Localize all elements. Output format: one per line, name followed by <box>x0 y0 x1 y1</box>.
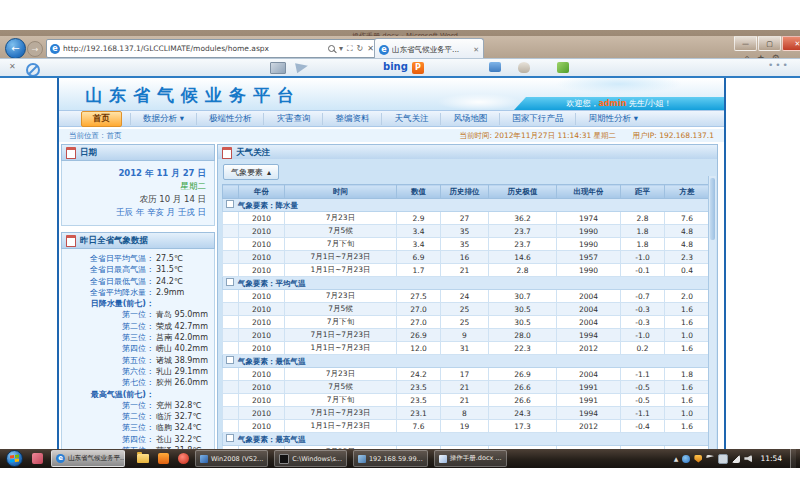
column-header[interactable]: 距平 <box>621 185 665 199</box>
table-row[interactable]: 20107月5候3.43523.719901.84.8 <box>223 225 710 238</box>
address-bar[interactable]: e http://192.168.137.1/GLCCLIMATE/module… <box>46 39 378 58</box>
group-checkbox[interactable] <box>226 434 234 442</box>
photo-cards-icon[interactable] <box>270 62 286 74</box>
column-header[interactable]: 年份 <box>239 185 285 199</box>
refresh-icon[interactable]: ↻ <box>357 44 364 53</box>
tray-expand-icon[interactable]: ▲ <box>674 455 679 462</box>
taskbar-button-word[interactable]: 操作手册.docx ... <box>434 450 507 467</box>
column-header[interactable]: 历史排位 <box>441 185 489 199</box>
group-header-row[interactable]: 气象要素：最低气温 <box>223 355 710 368</box>
mascot-addon-icon[interactable] <box>518 62 530 73</box>
tray-action-center-flag-icon[interactable] <box>706 455 714 463</box>
group-checkbox[interactable] <box>226 278 234 286</box>
tray-security-shield-icon[interactable] <box>694 455 702 463</box>
taskbar-button-cmd[interactable]: C:\Windows\s... <box>274 450 347 467</box>
player-app-icon[interactable] <box>178 453 189 464</box>
close-button[interactable]: ✕ <box>782 36 800 51</box>
tray-update-icon[interactable] <box>682 455 690 463</box>
camera-addon-icon[interactable] <box>489 62 501 72</box>
group-header-row[interactable]: 气象要素：平均气温 <box>223 277 710 290</box>
table-row[interactable]: 20101月1日~7月23日12.03122.320120.21.6 <box>223 342 710 355</box>
table-row[interactable]: 20107月1日~7月23日6.91614.61957-1.02.3 <box>223 251 710 264</box>
weather-summary-panel: 昨日全省气象数据 全省日平均气温：27.5℃全省日最高气温：31.5℃全省日最低… <box>61 232 215 468</box>
tray-volume-icon[interactable] <box>744 455 752 463</box>
table-row[interactable]: 20107月23日24.21726.92004-1.11.8 <box>223 368 710 381</box>
nav-item[interactable]: 周期性分析 ▾ <box>575 113 649 125</box>
table-cell: -1.0 <box>621 251 665 264</box>
bing-logo[interactable]: bing <box>383 61 408 72</box>
column-header[interactable]: 历史极值 <box>489 185 557 199</box>
table-row[interactable]: 20107月下旬23.52126.61991-0.51.6 <box>223 394 710 407</box>
browser-tab[interactable]: e 山东省气候业务平... ✕ <box>374 38 484 60</box>
taskbar-clock[interactable]: 11:54 <box>760 454 782 463</box>
nav-item[interactable]: 极端性分析 <box>196 113 264 125</box>
stop-icon[interactable]: ✕ <box>367 44 374 53</box>
weather-stat-row: 第二位：荣成 42.7mm <box>62 321 210 332</box>
main-panel-title: 天气关注 <box>236 147 270 159</box>
tray-display-icon[interactable] <box>718 454 728 464</box>
table-cell: -0.3 <box>621 303 665 316</box>
tab-close-icon[interactable]: ✕ <box>473 46 479 54</box>
compatibility-view-icon[interactable]: ⛶ <box>347 44 353 54</box>
maximize-button[interactable]: ▢ <box>758 36 781 51</box>
paper-plane-icon[interactable] <box>295 61 309 73</box>
table-row[interactable]: 20107月下旬3.43523.719901.84.8 <box>223 238 710 251</box>
forward-button[interactable]: → <box>27 41 43 57</box>
start-button[interactable] <box>6 450 23 467</box>
nav-item[interactable]: 风场地图 <box>440 113 499 125</box>
table-cell: 26.9 <box>397 329 441 342</box>
table-row[interactable]: 20107月1日~7月23日26.9928.01994-1.01.0 <box>223 329 710 342</box>
group-header-row[interactable]: 气象要素：最高气温 <box>223 433 710 446</box>
group-checkbox[interactable] <box>226 200 234 208</box>
dropdown-arrow-icon[interactable]: ▾ <box>339 44 343 53</box>
table-row[interactable]: 20101月1日~7月23日7.61917.32012-0.41.6 <box>223 420 710 433</box>
table-row[interactable]: 20107月下旬27.02530.52004-0.31.6 <box>223 316 710 329</box>
pinned-app-icon[interactable] <box>32 453 43 464</box>
nav-item[interactable]: 首页 <box>81 111 122 127</box>
table-row[interactable]: 20107月23日2.92736.219742.87.6 <box>223 212 710 225</box>
table-row[interactable]: 20107月5候23.52126.61991-0.51.6 <box>223 381 710 394</box>
nav-item[interactable]: 天气关注 <box>381 113 440 125</box>
taskbar: e 山东省气候业务平... Win2008 (VS2... C:\Windows… <box>0 449 800 468</box>
stat-value: 27.5℃ <box>154 253 183 264</box>
green-addon-icon[interactable] <box>557 62 569 73</box>
blocked-content-icon[interactable] <box>26 63 40 77</box>
search-icon[interactable] <box>328 45 335 52</box>
column-header[interactable]: 数值 <box>397 185 441 199</box>
more-options-icon[interactable]: ••• <box>768 60 790 70</box>
taskbar-button-win2008[interactable]: Win2008 (VS2... <box>195 450 268 467</box>
nav-item[interactable]: 国家下行产品 <box>499 113 575 125</box>
show-desktop-button[interactable] <box>790 449 796 468</box>
welcome-prefix: 欢迎您， <box>566 99 598 108</box>
explorer-folder-icon[interactable] <box>137 454 149 463</box>
tab-title[interactable]: 山东省气候业务平... <box>392 45 470 55</box>
group-checkbox[interactable] <box>226 356 234 364</box>
media-app-icon[interactable] <box>158 453 169 464</box>
toolbar-close-icon[interactable]: ✕ <box>9 62 16 71</box>
scrollbar-thumb[interactable] <box>710 178 715 240</box>
calendar-icon <box>66 147 76 159</box>
tray-network-icon[interactable] <box>732 455 740 463</box>
minimize-button[interactable]: — <box>734 36 757 51</box>
column-header[interactable]: 出现年份 <box>557 185 621 199</box>
back-button[interactable]: ← <box>5 38 26 59</box>
nav-item[interactable]: 数据分析 ▾ <box>130 113 196 125</box>
stat-label: 第四位： <box>62 434 154 445</box>
nav-item[interactable]: 整编资料 <box>322 113 381 125</box>
weather-panel-header: 昨日全省气象数据 <box>61 232 215 249</box>
element-filter-button[interactable]: 气象要素 ▴ <box>223 164 279 180</box>
orange-addon-icon[interactable]: P <box>412 62 424 74</box>
table-row[interactable]: 20107月23日27.52430.72004-0.72.0 <box>223 290 710 303</box>
taskbar-ie-button[interactable]: e 山东省气候业务平... <box>51 450 125 467</box>
main-scrollbar[interactable] <box>708 176 716 468</box>
nav-item[interactable]: 灾害查询 <box>263 113 322 125</box>
column-header[interactable]: 时间 <box>285 185 397 199</box>
group-header-row[interactable]: 气象要素：降水量 <box>223 199 710 212</box>
screenshot-canvas: 操作手册.docx - Microsoft Word ← → e http://… <box>0 0 800 500</box>
table-row[interactable]: 20107月1日~7月23日23.1824.31994-1.11.0 <box>223 407 710 420</box>
table-row[interactable]: 20101月1日~7月23日1.7212.81990-0.10.4 <box>223 264 710 277</box>
column-header[interactable]: 方差 <box>665 185 710 199</box>
table-row[interactable]: 20107月5候27.02530.52004-0.31.6 <box>223 303 710 316</box>
url-text[interactable]: http://192.168.137.1/GLCCLIMATE/modules/… <box>63 44 325 53</box>
taskbar-button-remote[interactable]: 192.168.59.99... <box>353 450 428 467</box>
